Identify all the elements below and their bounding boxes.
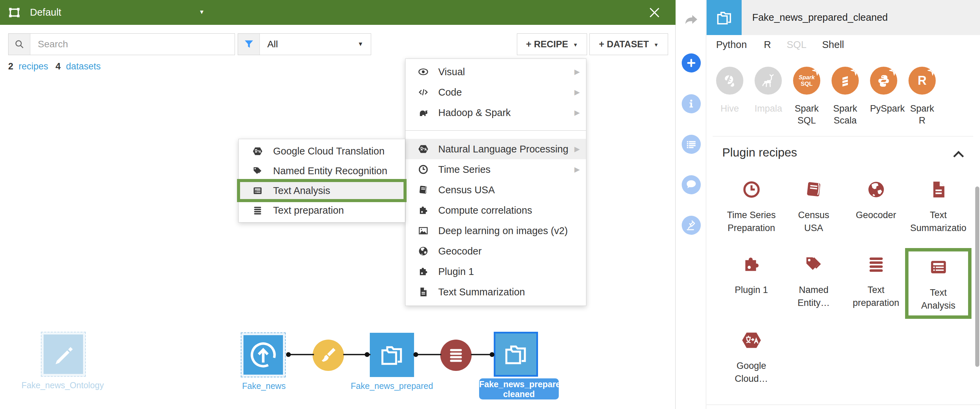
search-box [8, 33, 235, 55]
menu-item-deep-learning-images[interactable]: Deep learning on images (v2) [406, 220, 586, 241]
recipes-link[interactable]: recipes [19, 61, 48, 71]
dataset-node-fake-news-prepared[interactable] [370, 333, 414, 377]
folder-icon [500, 339, 531, 370]
menu-item-visual[interactable]: Visual ▶ [406, 62, 586, 82]
submenu-item-text-analysis[interactable]: Text Analysis [239, 181, 405, 200]
add-dataset-button[interactable]: + DATASET ▼ [589, 33, 668, 55]
microscope-icon [684, 219, 698, 232]
plugin-plugin-1[interactable]: Plugin 1 [720, 250, 783, 296]
zone-dropdown-caret-icon[interactable]: ▼ [199, 9, 205, 16]
prepare-recipe-node[interactable] [313, 339, 344, 371]
book-icon [804, 180, 824, 200]
menu-item-nlp[interactable]: Natural Language Processing ▶ [406, 139, 586, 159]
flow-edge [415, 354, 441, 355]
discussions-button[interactable] [682, 175, 701, 194]
search-input[interactable] [30, 39, 221, 50]
menu-item-text-summarization[interactable]: Text Summarization [406, 282, 586, 302]
plugin-text-preparation[interactable]: Textpreparation [845, 250, 907, 309]
submenu-item-named-entity-recognition[interactable]: Named Entity Recognition [239, 161, 405, 181]
tags-icon [252, 166, 263, 176]
menu-item-label: Natural Language Processing [438, 144, 568, 155]
menu-divider [406, 130, 586, 131]
flow-zone-panel: Default ▼ All ▼ + RECIPE ▼ + DATASET ▼ [0, 0, 676, 409]
chat-icon [684, 178, 698, 192]
expand-arrow-icon[interactable] [683, 12, 699, 27]
text-preparation-recipe-node[interactable] [440, 339, 472, 371]
dataset-details-panel: Fake_news_prepared_cleaned Python R SQL … [706, 0, 980, 409]
funnel-icon [243, 38, 255, 50]
node-label-fake-news[interactable]: Fake_news [223, 381, 305, 391]
menu-item-compute-correlations[interactable]: Compute correlations [406, 200, 586, 220]
menu-item-time-series[interactable]: Time Series ▶ [406, 159, 586, 180]
menu-item-label: Geocoder [438, 246, 482, 257]
zone-title: Default [30, 7, 61, 18]
lab-button[interactable] [682, 216, 701, 235]
plugin-geocoder[interactable]: Geocoder [845, 175, 907, 222]
engine-impala: Impala [754, 67, 782, 127]
dataset-node-fake-news-ontology[interactable] [41, 332, 86, 377]
menu-item-code[interactable]: Code ▶ [406, 82, 586, 102]
impala-deer-icon [759, 72, 777, 89]
submenu-arrow-icon: ▶ [574, 165, 580, 174]
book-icon [418, 184, 429, 195]
submenu-arrow-icon: ▶ [574, 145, 580, 153]
edge-dot [490, 352, 495, 357]
plugin-text-analysis[interactable]: TextAnalysis [907, 250, 969, 317]
submenu-item-google-cloud-translation[interactable]: Google Cloud Translation [239, 141, 405, 161]
node-label-cleaned-line2: cleaned [479, 389, 559, 399]
menu-item-label: Visual [438, 67, 465, 78]
plugin-google-cloud-translation[interactable]: GoogleCloud… [720, 326, 783, 385]
recipe-context-menu: Visual ▶ Code ▶ Hadoop & Spark ▶ Natural… [405, 59, 586, 306]
search-icon [14, 38, 25, 50]
translate-hexagon-icon [741, 330, 762, 351]
engine-spark-r[interactable]: R SparkR [908, 67, 936, 127]
broom-icon [318, 346, 338, 365]
submenu-item-text-preparation[interactable]: Text preparation [239, 200, 405, 220]
image-icon [418, 225, 429, 236]
menu-item-hadoop-spark[interactable]: Hadoop & Spark ▶ [406, 102, 586, 123]
submenu-item-label: Named Entity Recognition [273, 165, 387, 177]
add-recipe-button[interactable]: + RECIPE ▼ [517, 33, 587, 55]
datasets-link[interactable]: datasets [66, 61, 101, 71]
node-label-prepared[interactable]: Fake_news_prepared [348, 381, 436, 391]
chevron-up-icon[interactable] [953, 151, 964, 161]
pencil-icon [50, 341, 76, 368]
plugin-named-entity[interactable]: NamedEntity… [783, 250, 845, 309]
flow-object-counter: 2 recipes 4 datasets [8, 61, 105, 72]
filter-dropdown[interactable]: All ▼ [238, 33, 371, 55]
menu-item-census-usa[interactable]: Census USA [406, 180, 586, 200]
scrollbar-thumb[interactable] [975, 187, 979, 367]
engine-pyspark[interactable]: PySpark [870, 67, 897, 127]
submenu-item-label: Text preparation [273, 205, 344, 216]
plugin-text-summarization[interactable]: TextSummarizatio [907, 175, 969, 235]
menu-item-label: Hadoop & Spark [438, 107, 511, 119]
node-label-ontology[interactable]: Fake_news_Ontology [21, 380, 105, 390]
menu-item-plugin-1[interactable]: Plugin 1 [406, 261, 586, 282]
bars-icon [447, 346, 465, 364]
engine-spark-sql[interactable]: Spark SQL SparkSQL [793, 67, 820, 127]
info-icon [685, 97, 698, 110]
add-button[interactable] [682, 54, 701, 73]
dataset-node-fake-news[interactable] [241, 333, 286, 377]
close-button[interactable] [646, 5, 663, 21]
plugin-census-usa[interactable]: CensusUSA [783, 175, 845, 235]
schema-button[interactable] [682, 135, 701, 154]
eye-icon [418, 67, 429, 77]
node-label-cleaned[interactable]: Fake_news_prepared_ cleaned [479, 378, 559, 399]
tab-shell[interactable]: Shell [822, 39, 844, 50]
funnel-segment [238, 34, 260, 55]
code-recipe-tabs: Python R SQL Shell [706, 35, 980, 54]
datasets-count: 4 [56, 61, 60, 71]
menu-item-geocoder[interactable]: Geocoder [406, 241, 586, 261]
flow-edge [289, 354, 314, 355]
info-button[interactable] [682, 94, 701, 113]
tab-r[interactable]: R [764, 39, 771, 50]
engine-spark-scala[interactable]: SparkScala [832, 67, 859, 127]
tab-python[interactable]: Python [716, 39, 747, 50]
upload-icon [247, 339, 280, 371]
node-label-cleaned-line1: Fake_news_prepared_ [479, 379, 559, 389]
menu-item-label: Deep learning on images (v2) [438, 225, 568, 236]
folder-icon [376, 339, 407, 371]
dataset-node-fake-news-prepared-cleaned[interactable] [494, 332, 538, 377]
plugin-time-series-preparation[interactable]: Time SeriesPreparation [720, 175, 783, 235]
